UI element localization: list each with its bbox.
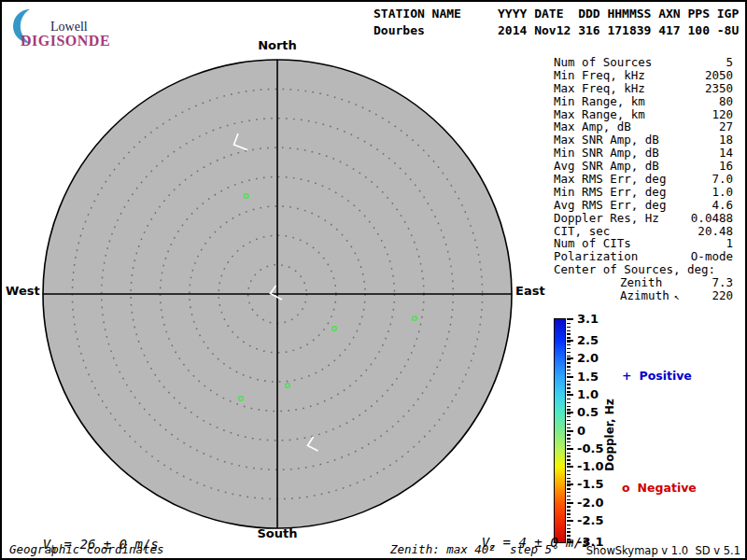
- colorbar-tick-label: -1.5: [577, 477, 603, 491]
- stat-value: 1.0: [712, 186, 733, 199]
- stat-row: Doppler Res, Hz0.0488: [554, 212, 733, 225]
- colorbar-tick: [567, 483, 573, 485]
- stat-row: Min SNR Amp, dB14: [554, 147, 733, 160]
- skymap-plot: [37, 54, 517, 534]
- colorbar-tick: [567, 318, 573, 320]
- colorbar-tick-label: 0: [577, 423, 585, 437]
- stat-value: 7.0: [712, 173, 733, 186]
- header-col-label: STATION NAME: [374, 6, 498, 22]
- colorbar-tick-label: -1.0: [577, 459, 603, 473]
- stat-row: Avg RMS Err, deg4.6: [554, 199, 733, 212]
- stat-label: Max SNR Amp, dB: [554, 133, 659, 147]
- stat-row: Min Range, km80: [554, 95, 733, 108]
- legend-negative: o Negative: [622, 481, 697, 495]
- stat-row: Max RMS Err, deg7.0: [554, 173, 733, 186]
- lowell-digisonde-logo: Lowell DIGISONDE: [7, 6, 120, 47]
- stat-label: Center of Sources, deg:: [554, 263, 715, 276]
- stat-row: Max Freq, kHz2350: [554, 82, 733, 95]
- logo-digisonde-text: DIGISONDE: [21, 33, 110, 49]
- stat-value: 5: [726, 56, 733, 69]
- software-version-label: ShowSkymap v 1.0 SD v 5.1: [586, 544, 740, 557]
- header-col-value: 417: [658, 22, 687, 39]
- colorbar-tick: [567, 376, 573, 378]
- colorbar-tick-label: 0.5: [577, 405, 599, 419]
- header-table: STATION NAMEYYYY DATEDDDHHMMSSAXNPPSIGP …: [374, 6, 739, 39]
- stat-label: Azimuth: [554, 289, 669, 302]
- stat-row: Min RMS Err, deg1.0: [554, 186, 733, 199]
- stat-value: 1: [726, 237, 733, 250]
- header-row-labels: STATION NAMEYYYY DATEDDDHHMMSSAXNPPSIGP: [374, 6, 739, 22]
- stat-value: 4.6: [712, 199, 733, 212]
- header-row-values: Dourbes2014 Nov12316171839417100-8U: [374, 22, 739, 39]
- legend-positive: + Positive: [622, 369, 692, 383]
- stat-value: 2050: [705, 69, 733, 82]
- header-col-value: 171839: [607, 22, 658, 39]
- stat-value: 220: [712, 289, 733, 302]
- stat-label: Num of CITs: [554, 237, 631, 250]
- colorbar-tick: [567, 394, 573, 396]
- stat-value: 16: [719, 160, 733, 173]
- stats-panel: Num of Sources5Min Freq, kHz2050Max Freq…: [554, 56, 733, 302]
- header-col-label: AXN: [658, 6, 687, 22]
- colorbar-tick-label: -0.5: [577, 441, 603, 455]
- stat-row: Num of CITs1: [554, 237, 733, 250]
- compass-north-label: North: [249, 38, 305, 52]
- stat-label: Zenith: [554, 276, 662, 289]
- stat-label: Avg SNR Amp, dB: [554, 160, 659, 173]
- stat-row: Avg SNR Amp, dB16: [554, 160, 733, 173]
- stat-label: Min Freq, kHz: [554, 69, 645, 82]
- coordinate-system-label: Geographic coordinates: [9, 542, 164, 556]
- stat-row: PolarizationO-mode: [554, 250, 733, 263]
- stat-label: Doppler Res, Hz: [554, 212, 659, 225]
- stat-value: 7.3: [712, 276, 733, 289]
- circle-icon: o: [622, 481, 630, 495]
- stat-row: Max Range, km120: [554, 108, 733, 121]
- header-col-value: Dourbes: [374, 22, 498, 39]
- stat-label: Min SNR Amp, dB: [554, 147, 659, 160]
- colorbar-tick-label: -2.0: [577, 495, 603, 509]
- stat-label: Max Freq, kHz: [554, 82, 645, 95]
- header-col-value: 316: [578, 22, 607, 39]
- colorbar-tick: [567, 357, 573, 359]
- stat-value: 80: [719, 95, 733, 108]
- colorbar-tick-label: 1.5: [577, 370, 599, 384]
- stat-label: CIT, sec: [554, 225, 610, 238]
- stat-row: Max Amp, dB27: [554, 120, 733, 133]
- colorbar-tick: [567, 502, 573, 504]
- colorbar-axis-label: Doppler, Hz: [603, 379, 616, 491]
- colorbar-gradient: [554, 318, 566, 543]
- colorbar-tick: [567, 340, 573, 342]
- stat-label: Num of Sources: [554, 56, 652, 69]
- stat-label: Min Range, km: [554, 95, 645, 108]
- stat-row: Max SNR Amp, dB18: [554, 133, 733, 147]
- compass-east-label: East: [515, 284, 545, 298]
- stat-value: 20.48: [698, 225, 733, 238]
- header-col-value: 2014 Nov12: [498, 22, 578, 39]
- header-col-value: 100: [688, 22, 717, 39]
- stat-row: Zenith7.3: [554, 276, 733, 289]
- stat-label: Max RMS Err, deg: [554, 173, 666, 186]
- stat-row: CIT, sec20.48: [554, 225, 733, 238]
- stat-row: Min Freq, kHz2050: [554, 69, 733, 82]
- legend-positive-label: Positive: [639, 369, 691, 383]
- header-col-label: DDD: [578, 6, 607, 22]
- colorbar-tick-label: 1.0: [577, 387, 599, 401]
- stat-value: 120: [712, 108, 733, 121]
- stat-value: 2350: [705, 82, 733, 95]
- stat-label: Avg RMS Err, deg: [554, 199, 666, 212]
- colorbar-tick: [567, 412, 573, 413]
- stat-value: 0.0488: [691, 212, 733, 225]
- legend-negative-label: Negative: [638, 481, 697, 495]
- colorbar-tick-label: 2.0: [577, 351, 599, 365]
- header-col-label: IGP: [717, 6, 739, 22]
- colorbar-tick: [567, 466, 573, 468]
- azimuth-direction-icon: ↖: [674, 290, 680, 303]
- plus-icon: +: [622, 369, 631, 383]
- stat-label: Polarization: [554, 250, 638, 263]
- stat-row: Azimuth↖220: [554, 289, 733, 302]
- colorbar-tick: [567, 448, 573, 450]
- colorbar-tick-label: 2.5: [577, 333, 599, 347]
- header-col-label: YYYY DATE: [498, 6, 578, 22]
- stat-label: Min RMS Err, deg: [554, 186, 666, 199]
- stat-row: Num of Sources5: [554, 56, 733, 69]
